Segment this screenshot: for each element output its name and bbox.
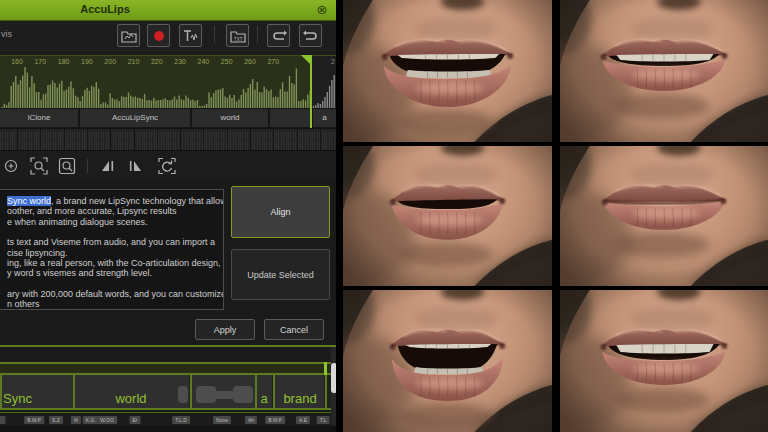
folder-text-icon: TXT: [230, 29, 246, 43]
redo-icon: [303, 29, 319, 43]
zoom-in-icon: [2, 157, 20, 175]
viseme-chip[interactable]: T.L: [317, 416, 330, 424]
undo-button[interactable]: [267, 24, 290, 47]
description-line: ing, like a real person, with the Co-art…: [7, 258, 224, 268]
word-clip[interactable]: world: [192, 109, 268, 127]
flip-right-button[interactable]: [126, 157, 144, 175]
ruler-label: 260: [244, 58, 256, 65]
ruler-label: 190: [81, 58, 93, 65]
major-tick: [250, 129, 251, 151]
word-label: a: [260, 391, 267, 406]
clip-separator: [190, 375, 192, 408]
major-tick: [297, 129, 298, 151]
clip-handle[interactable]: [178, 386, 188, 403]
description-line: ts text and Viseme from audio, and you c…: [7, 237, 215, 247]
audio-waveform[interactable]: 1601701801902002102202302402502602702: [0, 55, 336, 109]
viseme-chip[interactable]: S.Z: [49, 416, 63, 424]
loop-button[interactable]: [158, 157, 176, 175]
folder-audio-icon: [121, 29, 137, 43]
word-label: world: [115, 391, 146, 406]
ruler-label: 210: [128, 58, 140, 65]
flip-left-icon: [99, 157, 117, 175]
portrait-mouth-slightly-open: [560, 0, 768, 142]
title-bar[interactable]: AccuLips ⊗: [0, 0, 336, 21]
lipsync-track-band[interactable]: [0, 362, 336, 375]
viseme-chip[interactable]: Ah: [245, 416, 257, 424]
record-button[interactable]: [147, 24, 170, 47]
ruler-label: 200: [104, 58, 116, 65]
viseme-label-track[interactable]: B.M.PS.ZIhK.GW.OOErT.L.DNoneAhB.M.PA.ET.…: [0, 412, 336, 427]
toolbar-separator: [257, 26, 258, 43]
portrait-mouth-pursed-open: [343, 146, 552, 286]
major-tick: [157, 129, 158, 151]
playhead[interactable]: [310, 55, 312, 128]
viseme-chip[interactable]: Ih: [71, 416, 81, 424]
major-tick: [227, 129, 228, 151]
description-line: n others: [7, 299, 40, 309]
description-text-area[interactable]: Sync world, a brand new LipSync technolo…: [0, 189, 224, 310]
major-tick: [320, 129, 321, 151]
ruler-label: 230: [174, 58, 186, 65]
main-toolbar: vis T: [0, 21, 336, 54]
viseme-tick-track: [0, 128, 336, 151]
major-tick: [273, 129, 274, 151]
word-clip[interactable]: iClone: [0, 109, 78, 127]
word-label: Sync: [3, 391, 32, 406]
clip-separator: [325, 375, 327, 408]
viseme-chip[interactable]: Er: [130, 416, 141, 424]
word-label: brand: [283, 391, 316, 406]
view-toolbar: [0, 150, 336, 181]
zoom-fit-button[interactable]: [58, 157, 76, 175]
svg-text:TXT: TXT: [234, 36, 243, 41]
word-clip-track[interactable]: Syncworldabrand: [0, 375, 336, 410]
import-audio-button[interactable]: [117, 24, 140, 47]
acculips-panel: AccuLips ⊗ vis: [0, 0, 336, 432]
timeline-header-row: [0, 347, 336, 362]
ruler-label: 170: [34, 58, 46, 65]
ruler-label: 220: [151, 58, 163, 65]
timeline-scrollbar-thumb[interactable]: [331, 363, 336, 393]
apply-button[interactable]: Apply: [195, 319, 255, 340]
viseme-chip-partial[interactable]: [0, 416, 6, 424]
portrait-mouth-open-teeth-visible: [343, 0, 552, 142]
redo-button[interactable]: [299, 24, 322, 47]
clip-separator: [273, 375, 275, 408]
word-clip[interactable]: [270, 109, 310, 127]
text-to-speech-button[interactable]: [179, 24, 202, 47]
word-clip[interactable]: a: [313, 109, 336, 127]
clip-separator: [73, 375, 75, 408]
close-icon[interactable]: ⊗: [314, 2, 330, 18]
update-selected-button[interactable]: Update Selected: [231, 249, 330, 300]
track-band-end-marker: [324, 362, 327, 375]
cancel-button[interactable]: Cancel: [264, 319, 324, 340]
zoom-region-icon: [30, 157, 48, 175]
viseme-chip[interactable]: K.G: [83, 416, 98, 424]
ruler-label: 250: [221, 58, 233, 65]
zoom-fit-icon: [58, 157, 76, 175]
tick-row: [0, 141, 336, 150]
playhead-flag-icon[interactable]: [301, 55, 310, 64]
tick-row: [0, 131, 336, 140]
clip-separator: [0, 375, 2, 408]
viseme-chip[interactable]: W.OO: [97, 416, 117, 424]
loop-icon: [158, 157, 176, 175]
ruler-label: 160: [11, 58, 23, 65]
zoom-region-button[interactable]: [30, 157, 48, 175]
viseme-chip[interactable]: None: [213, 416, 231, 424]
zoom-in-button[interactable]: [2, 157, 20, 175]
import-text-button[interactable]: TXT: [226, 24, 249, 47]
major-tick: [203, 129, 204, 151]
ruler-label: 270: [267, 58, 279, 65]
word-clip[interactable]: AccuLipSync: [80, 109, 190, 127]
ruler-label-partial: 2: [331, 58, 335, 65]
flip-left-button[interactable]: [99, 157, 117, 175]
viseme-chip[interactable]: A.E: [296, 416, 310, 424]
description-line: Sync world, a brand new LipSync technolo…: [7, 196, 224, 206]
viseme-chip[interactable]: B.M.P: [24, 416, 44, 424]
align-button[interactable]: Align: [231, 186, 330, 238]
viseme-chip[interactable]: B.M.P: [265, 416, 285, 424]
text-wave-icon: [183, 29, 199, 43]
major-tick: [17, 129, 18, 151]
viseme-chip[interactable]: T.L.D: [172, 416, 190, 424]
description-line: e when animating dialogue scenes.: [7, 217, 148, 227]
